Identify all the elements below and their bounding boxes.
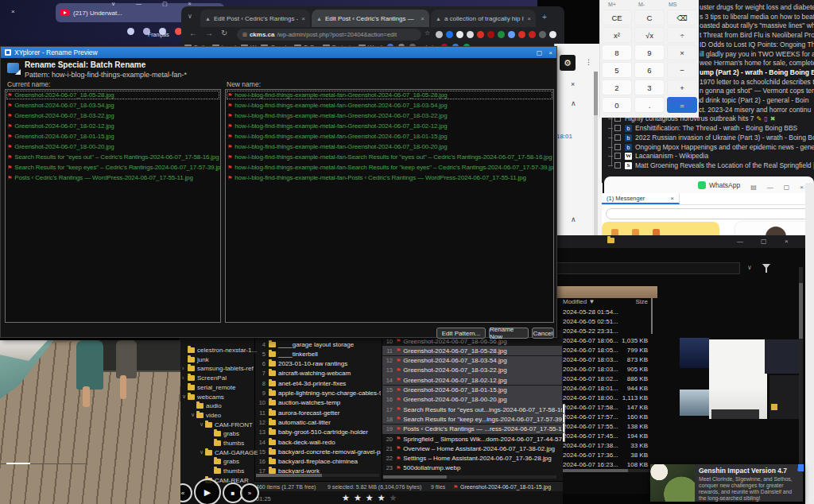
table-row[interactable]: 2024-06-07 18:00...1,113 KB [552, 394, 680, 404]
notification-toast[interactable]: Genshin Impact Version 4.7 Meet Clorinde… [650, 464, 803, 502]
memory-key-m+[interactable]: M+ [608, 2, 616, 7]
rename-current-row[interactable]: ⚑Greenshot-2024-06-07_18-02-12.jpg [6, 121, 220, 131]
horizontal-scrollbar-thumb[interactable] [555, 469, 628, 472]
rename-current-row[interactable]: ⚑Greenshot-2024-06-07_18-05-28.jpg [6, 90, 220, 100]
window-control-icon[interactable]: — [767, 184, 773, 191]
rename-current-row[interactable]: ⚑Greenshot-2024-06-07_18-03-22.jpg [6, 110, 220, 121]
folder-row[interactable]: 16backyard-fireplace-chiminea [255, 457, 381, 467]
calc-key[interactable]: x² [602, 27, 632, 43]
calc-key[interactable]: 3 [634, 79, 665, 95]
bookmark-star-icon[interactable]: ☆ [424, 29, 430, 37]
rating-star-icon[interactable]: ★ [390, 493, 401, 502]
extension-icon[interactable] [498, 31, 505, 38]
rename-new-row[interactable]: ⚑how-i-blog-find-things-example-metal-fa… [226, 121, 553, 131]
thumbnail-image[interactable] [680, 338, 709, 368]
rename-now-button[interactable]: Rename Now [489, 328, 529, 339]
tab-close-icon[interactable]: × [301, 15, 305, 22]
tab-close-icon[interactable]: × [527, 15, 531, 22]
rename-new-row[interactable]: ⚑how-i-blog-find-things-example-metal-fa… [226, 110, 553, 121]
thread-item[interactable]: n gonna get shot" — Vermont cops terrori… [700, 86, 814, 95]
tree-item[interactable]: ›ScreenPal [182, 374, 227, 382]
rename-current-row[interactable]: ⚑Search Results for "eyes out" – Cedric'… [6, 152, 220, 162]
cancel-button[interactable]: Cancel [532, 328, 554, 339]
extension-icon[interactable] [446, 31, 453, 38]
thumbnail-image[interactable] [680, 390, 709, 416]
tree-item[interactable]: ∨webcams [182, 393, 224, 401]
close-x-icon[interactable]: ✖ [770, 115, 776, 122]
rename-new-row[interactable]: ⚑how-i-blog-find-things-example-metal-fa… [226, 100, 553, 110]
rating-stars[interactable]: ★★★★★ [342, 493, 401, 503]
tree-item[interactable]: grabs [208, 429, 239, 438]
calc-key[interactable]: . [634, 97, 665, 113]
calc-key[interactable]: × [667, 45, 697, 60]
thread-item[interactable]: ID Odds to Lost IQ Points: Ongoing Threa… [700, 40, 814, 49]
horizontal-scrollbar-thumb[interactable] [256, 474, 322, 477]
calc-key[interactable]: + [667, 79, 697, 95]
forward-button[interactable]: » [240, 483, 259, 502]
file-row[interactable]: 18⚑Search Results for "keep ey...ings-20… [382, 414, 562, 424]
calc-key[interactable]: 6 [634, 62, 665, 78]
rename-current-row[interactable]: ⚑Search Results for "keep eyes" – Cedric… [6, 162, 220, 173]
chrome-tab[interactable]: ▲Edit Post ‹ Cedric's Rantings —× [200, 10, 310, 27]
table-row[interactable]: 2024-06-07 18:01...944 KB [552, 385, 680, 394]
kebab-menu-icon[interactable]: ⋮ [585, 58, 592, 66]
tab-search-icon[interactable]: ∨ [188, 13, 192, 20]
minimize-icon[interactable]: — [737, 238, 743, 245]
expand-arrow-icon[interactable]: › [182, 375, 188, 381]
filter-input[interactable] [556, 262, 740, 274]
file-row[interactable]: 19⚑Posts ‹ Cedric's Rantings — ...ress-2… [382, 425, 562, 434]
thread-item[interactable]: b2022 Russian invasion of Ukraine (Part … [608, 133, 814, 142]
checkbox[interactable] [614, 144, 621, 150]
site-info-icon[interactable]: ⊞ [242, 32, 247, 38]
rename-current-row[interactable]: ⚑Greenshot-2024-06-07_18-00-20.jpg [6, 142, 220, 152]
thumbnail-image[interactable] [709, 339, 767, 419]
tab-close-icon[interactable]: × [670, 195, 674, 202]
calc-key[interactable]: √x [634, 27, 665, 43]
rename-current-row[interactable]: ⚑Posts ‹ Cedric's Rantings — WordPress-2… [6, 173, 220, 183]
rename-new-row[interactable]: ⚑how-i-blog-find-things-example-metal-fa… [226, 142, 553, 152]
close-icon[interactable]: × [800, 184, 804, 191]
rating-star-icon[interactable]: ★ [366, 493, 378, 502]
calc-key[interactable]: 9 [634, 45, 665, 60]
dropdown-caret-icon[interactable]: ∨ [747, 264, 752, 271]
tree-item[interactable]: serial_remote [182, 383, 235, 392]
folder-row[interactable]: 62023-01-10-raw rantings [255, 359, 381, 369]
file-row[interactable]: 14⚑Greenshot-2024-06-07_18-02-12.jpg [382, 375, 562, 385]
new-tab-icon[interactable]: + [542, 13, 547, 21]
rating-star-icon[interactable]: ★ [342, 493, 354, 502]
column-modified[interactable]: Modified ▼ [563, 298, 595, 305]
thread-item[interactable]: bEnshittification: The Thread - wrath - … [608, 123, 797, 133]
expand-arrow-icon[interactable]: ∨ [182, 394, 188, 400]
extension-icon[interactable] [549, 31, 556, 38]
calc-key[interactable]: ⌫ [667, 10, 697, 25]
pencil-icon[interactable]: ✎ [757, 115, 762, 122]
rename-new-row[interactable]: ⚑how-i-blog-find-things-example-metal-fa… [226, 162, 553, 173]
checkbox[interactable] [614, 125, 621, 131]
table-row[interactable]: 2024-06-07 17:36...38 KB [552, 452, 680, 461]
calc-key[interactable]: 8 [602, 45, 632, 60]
extension-icon[interactable] [456, 31, 463, 38]
table-row[interactable]: 2024-06-07 18:03...905 KB [552, 366, 680, 375]
calc-key[interactable]: ÷ [667, 27, 697, 43]
folder-row[interactable]: 15backyard-concrete-removal-gravel-path [255, 447, 381, 456]
tree-item[interactable]: thumbs [208, 467, 244, 475]
column-size[interactable]: Size [607, 298, 648, 305]
tree-item[interactable]: grabs [208, 457, 239, 466]
memory-key-m-[interactable]: M- [638, 2, 645, 7]
file-row[interactable]: 16⚑Greenshot-2024-06-07_18-00-20.jpg [382, 395, 562, 405]
table-row[interactable]: 2024-06-07 18:05...799 KB [552, 347, 680, 356]
file-row[interactable]: 23⚑500dollatrump.webp [382, 463, 562, 473]
window-control-icon[interactable]: ▢ [784, 184, 790, 191]
calc-key[interactable]: 0 [602, 97, 632, 113]
vertical-scrollbar-thumb[interactable] [799, 283, 803, 339]
rename-current-row[interactable]: ⚑Greenshot-2024-06-07_18-03-54.jpg [6, 100, 220, 110]
play-button[interactable]: ▶ [194, 479, 221, 504]
back-icon[interactable]: ← [189, 29, 197, 37]
edit-pattern-button[interactable]: Edit Pattern... [436, 328, 486, 339]
chevron-up-icon[interactable]: ∧ [571, 215, 576, 223]
checkbox[interactable] [614, 153, 621, 159]
table-row[interactable]: 2024-06-07 18:03...873 KB [552, 356, 680, 366]
extension-icon[interactable] [487, 31, 494, 38]
table-row[interactable]: 2024-06-07 18:02...886 KB [552, 375, 680, 385]
expand-arrow-icon[interactable]: ∨ [200, 449, 205, 456]
